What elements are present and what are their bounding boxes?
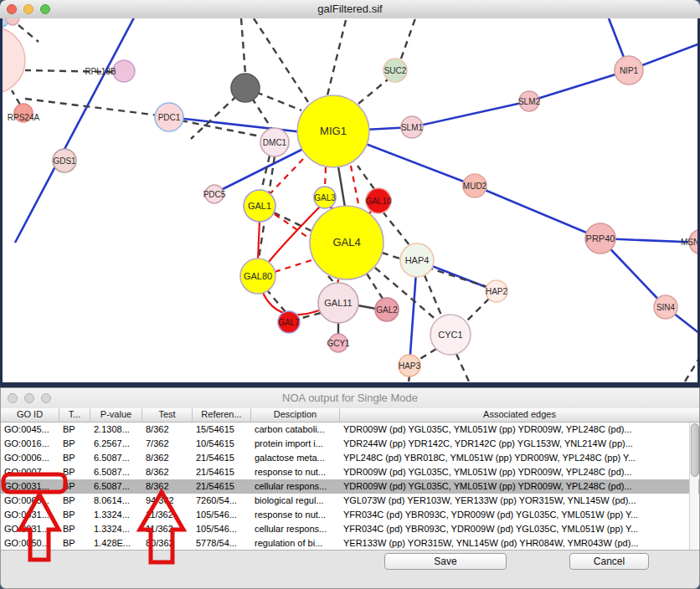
network-edge <box>358 166 374 189</box>
table-header-row: GO IDT...P-valueTestReferen...Desciption… <box>1 408 699 423</box>
table-row[interactable]: GO:0007...BP6.5087...8/36221/54615respon… <box>1 465 699 479</box>
table-cell: BP <box>59 451 90 465</box>
vertical-scrollbar[interactable] <box>689 423 698 550</box>
network-edge <box>241 18 245 74</box>
table-cell: 94/362 <box>142 494 193 508</box>
node-label: GCY1 <box>327 339 350 348</box>
network-edge <box>18 25 39 42</box>
node-label: GAL80 <box>244 271 272 281</box>
node-label: MIG1 <box>320 125 347 137</box>
table-cell: response to nut... <box>251 465 340 479</box>
table-cell: 8/362 <box>142 479 193 494</box>
noa-titlebar[interactable]: NOA output for Single Mode <box>1 388 699 409</box>
table-row[interactable]: GO:0031...BP1.3324...11/362105/546...res… <box>1 508 699 522</box>
node-label: GAL3 <box>314 193 336 202</box>
table-cell: 6.2567... <box>90 437 142 451</box>
table-cell: BP <box>59 479 90 494</box>
table-cell: GO:0006... <box>1 451 59 465</box>
table-cell: YDR009W (pd) YGL035C, YML051W (pp) YDR00… <box>340 423 699 437</box>
column-header-t[interactable]: T... <box>59 408 90 422</box>
table-cell: GO:0050... <box>1 536 59 551</box>
table-row[interactable]: GO:0006...BP6.5087...8/36221/54615galact… <box>1 451 699 465</box>
node-label: PDC1 <box>158 113 181 122</box>
table-cell: YDR009W (pd) YGL035C, YML051W (pp) YDR00… <box>340 465 699 479</box>
column-header-associatededges[interactable]: Associated edges <box>340 408 699 422</box>
network-node[interactable] <box>3 27 25 94</box>
table-row[interactable]: GO:0045...BP2.1308...8/36215/54615carbon… <box>1 423 699 437</box>
table-cell: cellular respons... <box>251 522 340 536</box>
table-cell: 8/362 <box>142 423 193 437</box>
table-body: GO:0045...BP2.1308...8/36215/54615carbon… <box>1 423 699 551</box>
table-cell: 5778/54... <box>193 536 251 551</box>
table-cell: 2.1308... <box>90 423 142 437</box>
scrollbar-thumb[interactable] <box>691 423 699 477</box>
table-cell: 10/54615 <box>193 437 251 451</box>
network-edge <box>325 167 326 187</box>
table-cell: BP <box>59 437 90 451</box>
table-cell: 6.5087... <box>90 465 142 479</box>
table-cell: 6.5087... <box>90 451 142 465</box>
table-cell: BP <box>59 423 90 437</box>
cancel-button[interactable]: Cancel <box>569 553 649 570</box>
table-cell: BP <box>59 508 90 522</box>
network-edge <box>254 18 308 102</box>
table-cell: galactose meta... <box>251 451 340 465</box>
table-cell: GO:0045... <box>1 423 59 437</box>
node-label: GAL2 <box>376 305 398 315</box>
table-cell: YGL073W (pd) YER103W, YER133W (pp) YOR31… <box>340 494 699 508</box>
network-node[interactable] <box>6 18 19 25</box>
column-header-test[interactable]: Test <box>142 408 193 422</box>
node-label: PRP40 <box>586 233 615 243</box>
table-cell: GO:0007... <box>1 465 59 479</box>
table-row[interactable]: GO:0016...BP6.2567...7/36210/54615protei… <box>1 437 699 451</box>
table-cell: 21/54615 <box>193 451 251 465</box>
network-graph: RPL18BRPS24AGDS1PDC1PDC5MIG1SUC2SLM1DMC1… <box>3 18 697 382</box>
network-edge <box>25 99 159 115</box>
column-header-desciption[interactable]: Desciption <box>251 408 340 422</box>
network-edge <box>456 354 469 382</box>
table-cell: BP <box>59 522 90 536</box>
network-edge <box>15 18 141 243</box>
table-cell: regulation of bi... <box>251 536 340 551</box>
table-cell: 8/362 <box>142 451 193 465</box>
table-cell: GO:0031... <box>1 522 59 536</box>
node-label: RPS24A <box>8 113 40 122</box>
column-header-pvalue[interactable]: P-value <box>90 408 142 422</box>
table-cell: GO:0031... <box>1 479 59 494</box>
table-cell: 21/54615 <box>193 479 251 494</box>
table-cell: BP <box>59 536 90 551</box>
network-edge <box>358 305 376 309</box>
node-label: MSN <box>681 238 697 247</box>
node-label: CYC1 <box>438 330 462 340</box>
network-canvas[interactable]: RPL18BRPS24AGDS1PDC1PDC5MIG1SUC2SLM1DMC1… <box>0 18 700 387</box>
network-node-rpl18b[interactable] <box>113 60 135 82</box>
node-label: SIN4 <box>656 303 676 312</box>
network-edge <box>409 376 409 382</box>
node-label: GDS1 <box>53 156 76 166</box>
network-window: galFiltered.sif RPL18BRPS24AGDS1PDC1PDC5… <box>0 0 700 387</box>
table-row-selected[interactable]: GO:0031...BP6.5087...8/36221/54615cellul… <box>1 479 699 494</box>
node-label: RPL18B <box>85 67 116 76</box>
network-edge <box>358 79 388 104</box>
table-cell: cellular respons... <box>251 479 340 494</box>
table-cell: GO:0016... <box>1 437 59 451</box>
table-cell: 1.3324... <box>90 508 142 522</box>
column-header-goid[interactable]: GO ID <box>1 408 59 422</box>
table-row[interactable]: GO:0050...BP1.428E...80/3625778/54...reg… <box>1 536 699 551</box>
column-header-referen[interactable]: Referen... <box>193 408 251 422</box>
table-cell: response to nut... <box>251 508 340 522</box>
node-label: DMC1 <box>263 138 287 147</box>
table-cell: 21/54615 <box>193 465 251 479</box>
table-row[interactable]: GO:0065...BP8.0614...94/3627260/54...bio… <box>1 494 699 508</box>
table-cell: GO:0065... <box>1 494 59 508</box>
node-label: NIP1 <box>620 66 639 75</box>
go-term-table: GO IDT...P-valueTestReferen...Desciption… <box>1 408 699 551</box>
node-label: GAL7 <box>278 318 300 327</box>
node-label: HAP4 <box>405 255 430 265</box>
network-edge <box>275 260 311 272</box>
network-node[interactable] <box>231 74 260 102</box>
save-button[interactable]: Save <box>384 553 507 570</box>
network-edge <box>327 20 346 99</box>
table-row[interactable]: GO:0031...BP1.3324...11/362105/546...cel… <box>1 522 699 536</box>
network-titlebar[interactable]: galFiltered.sif <box>0 0 700 19</box>
